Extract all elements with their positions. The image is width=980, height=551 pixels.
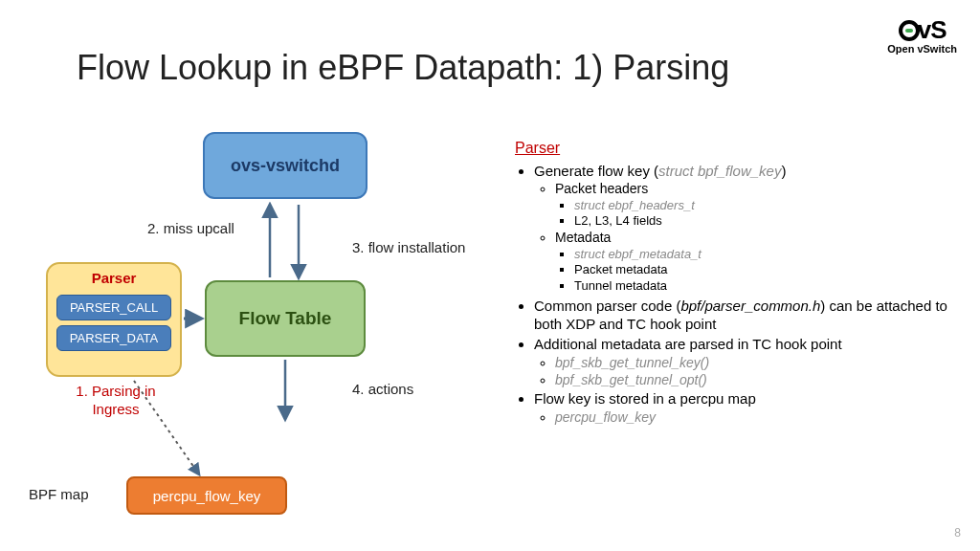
- bullet-ebpf-headers: struct ebpf_headers_t: [574, 198, 695, 212]
- bullet-l2l3l4: L2, L3, L4 fields: [574, 213, 955, 230]
- box-flow-table: Flow Table: [205, 280, 366, 357]
- chip-parser-data: PARSER_DATA: [56, 325, 171, 351]
- bullet-generate-flow-key: Generate flow key (struct bpf_flow_key) …: [534, 162, 955, 294]
- bullet-percpu-map: Flow key is stored in a percpu map: [534, 389, 955, 408]
- label-miss-upcall: 2. miss upcall: [147, 220, 234, 236]
- ovs-logo: vS Open vSwitch: [887, 17, 957, 55]
- ovs-logo-top: vS: [887, 17, 957, 42]
- label-parsing-ingress: 1. Parsing in Ingress: [63, 383, 168, 419]
- label-bpf-map: BPF map: [29, 486, 89, 502]
- box-parser-header: Parser: [92, 270, 137, 286]
- box-ovs-vswitchd: ovs-vswitchd: [203, 132, 368, 199]
- right-header: Parser: [515, 139, 955, 158]
- bullet-common-parser: Common parser code (bpf/parser_common.h)…: [534, 297, 955, 333]
- box-parser: Parser PARSER_CALL PARSER_DATA: [46, 262, 182, 377]
- bullet-metadata: Metadata: [555, 230, 955, 247]
- box-flow-table-label: Flow Table: [239, 308, 332, 329]
- bullet-percpu-flow-key: percpu_flow_key: [555, 409, 656, 425]
- slide-title: Flow Lookup in eBPF Datapath: 1) Parsing: [77, 48, 729, 88]
- page-number: 8: [954, 526, 961, 540]
- bullet-packet-metadata: Packet metadata: [574, 262, 955, 278]
- box-ovs-vswitchd-label: ovs-vswitchd: [231, 156, 340, 176]
- box-percpu-label: percpu_flow_key: [153, 488, 261, 504]
- chip-parser-call: PARSER_CALL: [56, 295, 171, 320]
- label-flow-installation: 3. flow installation: [352, 239, 465, 255]
- box-percpu-flow-key: percpu_flow_key: [126, 476, 287, 515]
- bullet-additional-metadata: Additional metadata are parsed in TC hoo…: [534, 335, 955, 353]
- bullet-tunnel-opt-fn: bpf_skb_get_tunnel_opt(): [555, 372, 707, 387]
- bullet-ebpf-metadata: struct ebpf_metadata_t: [574, 247, 702, 261]
- bullet-tunnel-metadata: Tunnel metadata: [574, 278, 955, 295]
- ovs-logo-sub: Open vSwitch: [887, 44, 957, 55]
- label-actions: 4. actions: [352, 381, 413, 397]
- right-content: Parser Generate flow key (struct bpf_flo…: [515, 139, 955, 427]
- bullet-packet-headers: Packet headers: [555, 181, 955, 198]
- bullet-tunnel-key-fn: bpf_skb_get_tunnel_key(): [555, 355, 709, 370]
